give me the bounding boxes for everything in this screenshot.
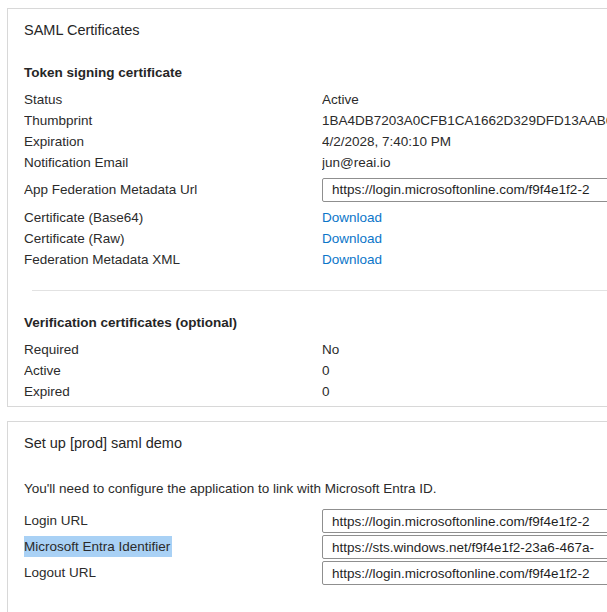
entra-identifier-row: Microsoft Entra Identifier [24, 535, 607, 559]
download-base64-link[interactable]: Download [322, 210, 382, 225]
entra-identifier-input[interactable] [322, 535, 607, 559]
expired-count-value: 0 [322, 381, 607, 402]
federation-metadata-xml-row: Federation Metadata XML Download [24, 249, 607, 270]
entra-identifier-label: Microsoft Entra Identifier [24, 535, 322, 559]
entra-identifier-label-selection: Microsoft Entra Identifier [24, 536, 172, 557]
setup-url-rows: Login URL Microsoft Entra Identifier Log… [24, 509, 607, 585]
notification-email-label: Notification Email [24, 152, 322, 173]
certificate-raw-row: Certificate (Raw) Download [24, 228, 607, 249]
certificate-base64-row: Certificate (Base64) Download [24, 207, 607, 228]
status-value: Active [322, 89, 607, 110]
logout-url-input[interactable] [322, 561, 607, 585]
required-label: Required [24, 339, 322, 360]
thumbprint-row: Thumbprint 1BA4DB7203A0CFB1CA1662D329DFD… [24, 110, 607, 131]
saml-certificates-title: SAML Certificates [24, 22, 607, 38]
status-label: Status [24, 89, 322, 110]
expired-count-label: Expired [24, 381, 322, 402]
login-url-label: Login URL [24, 509, 322, 533]
active-count-value: 0 [322, 360, 607, 381]
app-federation-metadata-url-row: App Federation Metadata Url [24, 175, 607, 204]
app-federation-metadata-url-input[interactable] [322, 178, 607, 202]
certificate-raw-label: Certificate (Raw) [24, 228, 322, 249]
required-row: Required No [24, 339, 607, 360]
download-raw-link[interactable]: Download [322, 231, 382, 246]
expiration-value: 4/2/2028, 7:40:10 PM [322, 131, 607, 152]
setup-app-card: Set up [prod] saml demo You'll need to c… [7, 421, 607, 612]
logout-url-row: Logout URL [24, 561, 607, 585]
required-value: No [322, 339, 607, 360]
logout-url-label: Logout URL [24, 561, 322, 585]
token-signing-certificate-heading: Token signing certificate [24, 65, 607, 80]
notification-email-row: Notification Email jun@reai.io [24, 152, 607, 173]
expired-count-row: Expired 0 [24, 381, 607, 402]
saml-certificates-card: SAML Certificates Token signing certific… [7, 8, 607, 407]
section-divider [32, 290, 607, 291]
thumbprint-label: Thumbprint [24, 110, 322, 131]
expiration-label: Expiration [24, 131, 322, 152]
active-count-label: Active [24, 360, 322, 381]
certificate-base64-label: Certificate (Base64) [24, 207, 322, 228]
setup-description: You'll need to configure the application… [24, 481, 607, 496]
status-row: Status Active [24, 89, 607, 110]
verification-certificates-heading: Verification certificates (optional) [24, 315, 607, 330]
notification-email-value: jun@reai.io [322, 152, 607, 173]
expiration-row: Expiration 4/2/2028, 7:40:10 PM [24, 131, 607, 152]
active-count-row: Active 0 [24, 360, 607, 381]
thumbprint-value: 1BA4DB7203A0CFB1CA1662D329DFD13AAB6 [322, 110, 607, 131]
app-federation-metadata-url-label: App Federation Metadata Url [24, 175, 322, 204]
login-url-input[interactable] [322, 509, 607, 533]
setup-app-title: Set up [prod] saml demo [24, 435, 607, 451]
login-url-row: Login URL [24, 509, 607, 533]
download-metadata-xml-link[interactable]: Download [322, 252, 382, 267]
federation-metadata-xml-label: Federation Metadata XML [24, 249, 322, 270]
